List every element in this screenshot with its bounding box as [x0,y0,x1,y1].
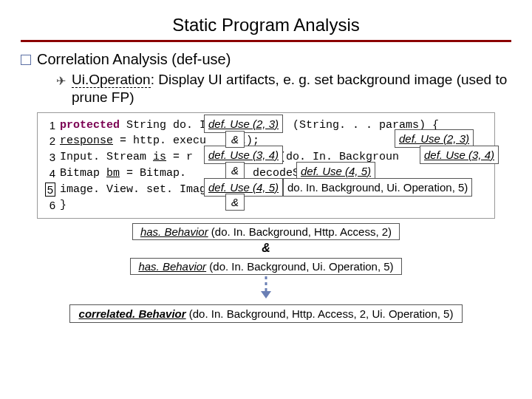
final-args: (do. In. Background, Http. Access, 2, Ui… [186,307,454,320]
lineno: 1 [44,117,55,134]
final-fn: correlated. Behavior [79,307,186,320]
plane-icon: ✈ [56,74,66,88]
lineno: 4 [44,166,55,182]
lineno: 6 [44,197,55,214]
lineno: 3 [44,149,55,166]
bullet-item: Correlation Analysis (def-use) [21,51,511,68]
overlay-goal-tail: do. In. Background, Ui. Operation, 5) [283,178,472,197]
overlay-amp-1: & [225,131,245,149]
slide-title: Static Program Analysis [21,15,511,42]
behavior-row-1: has. Behavior (do. In. Background, Http.… [37,223,495,240]
amp-connector-1: & [21,242,511,255]
behavior-args: (do. In. Background, Ui. Operation, 5) [206,260,393,273]
behavior-fn: has. Behavior [140,225,208,238]
lineno: 2 [44,133,55,149]
behavior-row-2: has. Behavior (do. In. Background, Ui. O… [37,258,495,275]
final-row: correlated. Behavior (do. In. Background… [37,304,495,323]
square-bullet-icon [21,55,31,65]
sub-bullet-text: Ui.Operation: Display UI artifacts, e. g… [72,71,511,106]
bullet-text: Correlation Analysis (def-use) [37,51,231,68]
svg-marker-3 [261,291,271,299]
arrow-down-icon [21,276,511,301]
overlay-amp-2: & [225,162,245,180]
code-line-6: } [60,197,66,214]
term-underlined: Ui.Operation [72,72,151,88]
behavior-fn: has. Behavior [138,260,206,273]
code-block: 1protected String do. Ixxxxxxxxxxxxx(Str… [37,112,495,219]
sub-bullet-item: ✈ Ui.Operation: Display UI artifacts, e.… [56,71,511,106]
lineno: 5 [44,182,55,198]
behavior-args: (do. In. Background, Http. Access, 2) [208,225,392,238]
overlay-defuse-3-4-b: def. Use (3, 4) [420,146,499,165]
overlay-amp-3: & [225,194,245,211]
